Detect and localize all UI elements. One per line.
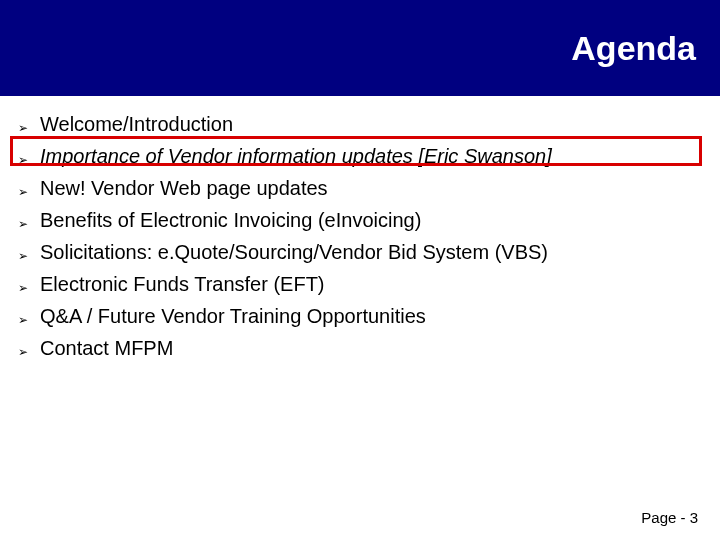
agenda-item-text: Benefits of Electronic Invoicing (eInvoi… bbox=[40, 206, 421, 234]
agenda-item: ➢ Q&A / Future Vendor Training Opportuni… bbox=[18, 302, 702, 334]
agenda-item: ➢ Electronic Funds Transfer (EFT) bbox=[18, 270, 702, 302]
agenda-item-text: Solicitations: e.Quote/Sourcing/Vendor B… bbox=[40, 238, 548, 266]
triangle-bullet-icon: ➢ bbox=[18, 142, 40, 174]
triangle-bullet-icon: ➢ bbox=[18, 110, 40, 142]
agenda-item-text: Welcome/Introduction bbox=[40, 110, 233, 138]
slide: Agenda ➢ Welcome/Introduction ➢ Importan… bbox=[0, 0, 720, 540]
slide-header: Agenda bbox=[0, 0, 720, 96]
page-number: Page - 3 bbox=[641, 509, 698, 526]
agenda-item: ➢ New! Vendor Web page updates bbox=[18, 174, 702, 206]
slide-content: ➢ Welcome/Introduction ➢ Importance of V… bbox=[0, 110, 720, 366]
agenda-item: ➢ Importance of Vendor information updat… bbox=[18, 142, 702, 174]
triangle-bullet-icon: ➢ bbox=[18, 206, 40, 238]
triangle-bullet-icon: ➢ bbox=[18, 334, 40, 366]
triangle-bullet-icon: ➢ bbox=[18, 302, 40, 334]
agenda-item-text: Contact MFPM bbox=[40, 334, 173, 362]
triangle-bullet-icon: ➢ bbox=[18, 238, 40, 270]
agenda-item: ➢ Solicitations: e.Quote/Sourcing/Vendor… bbox=[18, 238, 702, 270]
triangle-bullet-icon: ➢ bbox=[18, 174, 40, 206]
agenda-item-text: Q&A / Future Vendor Training Opportuniti… bbox=[40, 302, 426, 330]
agenda-item: ➢ Welcome/Introduction bbox=[18, 110, 702, 142]
agenda-item-text: Electronic Funds Transfer (EFT) bbox=[40, 270, 325, 298]
agenda-item: ➢ Benefits of Electronic Invoicing (eInv… bbox=[18, 206, 702, 238]
agenda-item: ➢ Contact MFPM bbox=[18, 334, 702, 366]
slide-title: Agenda bbox=[571, 29, 696, 68]
triangle-bullet-icon: ➢ bbox=[18, 270, 40, 302]
agenda-item-text: New! Vendor Web page updates bbox=[40, 174, 328, 202]
agenda-list: ➢ Welcome/Introduction ➢ Importance of V… bbox=[18, 110, 702, 366]
agenda-item-text: Importance of Vendor information updates… bbox=[40, 142, 552, 170]
